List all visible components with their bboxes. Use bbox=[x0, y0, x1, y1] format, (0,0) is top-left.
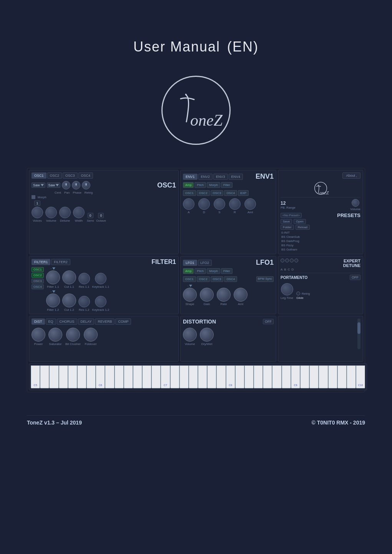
fx-bitcrusher-knob[interactable] bbox=[66, 328, 80, 342]
portamento-off-btn[interactable]: OFF bbox=[350, 275, 360, 280]
white-key-a9[interactable] bbox=[337, 365, 347, 388]
white-key-b8[interactable] bbox=[282, 365, 291, 388]
preset-item-3[interactable]: BS Fizzy bbox=[281, 243, 360, 247]
keytrack12-knob[interactable] bbox=[95, 296, 106, 307]
width-knob[interactable] bbox=[73, 207, 85, 218]
save-button[interactable]: Save bbox=[281, 219, 292, 224]
white-key-c5[interactable]: C5 bbox=[31, 365, 40, 388]
white-key-d8[interactable] bbox=[235, 365, 244, 388]
white-key-g9[interactable] bbox=[328, 365, 337, 388]
leg-time-knob[interactable] bbox=[281, 283, 293, 295]
preset-item-1[interactable]: BS CleanSub bbox=[281, 235, 360, 239]
env-osc-4[interactable]: OSC4 bbox=[224, 190, 237, 196]
env-d-knob[interactable] bbox=[198, 198, 210, 210]
filter-osc4-tag[interactable]: OSC4 bbox=[32, 284, 44, 289]
osc-tab-3[interactable]: OSC3 bbox=[63, 173, 78, 179]
white-key-c7[interactable]: C7 bbox=[161, 365, 170, 388]
env-mode-pitch[interactable]: Pitch bbox=[194, 182, 206, 188]
white-key-b7[interactable] bbox=[216, 365, 226, 388]
white-key-g5[interactable] bbox=[68, 365, 77, 388]
osc-retrig-btn[interactable] bbox=[32, 195, 35, 199]
white-key-e9[interactable] bbox=[309, 365, 319, 388]
fx-foldover-knob[interactable] bbox=[84, 328, 98, 342]
env-s-knob[interactable] bbox=[214, 198, 225, 210]
osc-knob-1[interactable] bbox=[62, 181, 70, 189]
white-key-g6[interactable] bbox=[133, 365, 142, 388]
env-r-knob[interactable] bbox=[229, 198, 241, 210]
white-key-a5[interactable] bbox=[77, 365, 86, 388]
white-key-a7[interactable] bbox=[207, 365, 216, 388]
env-osc-2[interactable]: OSC2 bbox=[197, 190, 210, 196]
white-key-c10[interactable]: C10 bbox=[356, 365, 365, 388]
lfo-osc-3[interactable]: OSC3 bbox=[211, 276, 224, 282]
lfo-mode-pitch[interactable]: Pitch bbox=[194, 268, 206, 274]
fx-tab-reverb[interactable]: REVERB bbox=[95, 318, 115, 325]
lfo-mode-filter[interactable]: Filter bbox=[221, 268, 233, 274]
lfo-osc-4[interactable]: OSC4 bbox=[224, 276, 237, 282]
osc-tab-4[interactable]: OSC4 bbox=[78, 173, 93, 179]
res12-knob[interactable] bbox=[78, 296, 90, 307]
dot-4[interactable] bbox=[294, 259, 298, 262]
white-key-g7[interactable] bbox=[198, 365, 207, 388]
filter-osc2-tag[interactable]: OSC2 bbox=[32, 273, 44, 278]
osc-knob-3[interactable] bbox=[82, 181, 90, 189]
osc-waveform-2[interactable]: Saw bbox=[47, 182, 61, 188]
scrollbar-thumb[interactable] bbox=[357, 322, 360, 334]
filter-osc1-tag[interactable]: OSC1 bbox=[32, 267, 44, 272]
white-key-b5[interactable] bbox=[86, 365, 96, 388]
white-key-c8[interactable]: C8 bbox=[226, 365, 235, 388]
fx-tab-comp[interactable]: COMP bbox=[115, 318, 131, 325]
fx-tab-chorus[interactable]: CHORUS bbox=[57, 318, 77, 325]
lfo-shape-knob[interactable] bbox=[183, 288, 197, 302]
osc-tab-2[interactable]: OSC2 bbox=[47, 173, 62, 179]
white-key-a8[interactable] bbox=[272, 365, 281, 388]
dot-2[interactable] bbox=[285, 259, 289, 262]
white-key-c9[interactable]: C9 bbox=[291, 365, 300, 388]
white-key-d5[interactable] bbox=[40, 365, 49, 388]
reload-button[interactable]: Reload bbox=[296, 225, 310, 230]
filter11-knob[interactable] bbox=[46, 270, 60, 284]
env-tab-4[interactable]: ENV4 bbox=[229, 174, 243, 180]
env-mode-filter[interactable]: Filter bbox=[221, 182, 233, 188]
filter12-knob[interactable] bbox=[46, 294, 60, 307]
preset-item-2[interactable]: BS DarkProg bbox=[281, 239, 360, 243]
white-key-a6[interactable] bbox=[142, 365, 151, 388]
osc-tab-1[interactable]: OSC1 bbox=[32, 173, 47, 179]
white-key-b9[interactable] bbox=[347, 365, 356, 388]
filter-tab-2[interactable]: FILTER2 bbox=[51, 259, 70, 265]
lfo-tab-2[interactable]: LFO2 bbox=[198, 260, 212, 266]
lfo-mode-morph[interactable]: Morph bbox=[207, 268, 220, 274]
folder-button[interactable]: Folder bbox=[281, 225, 294, 230]
env-mode-amp[interactable]: Amp bbox=[183, 182, 194, 188]
lfo-osc-1[interactable]: OSC1 bbox=[183, 276, 196, 282]
white-key-b6[interactable] bbox=[151, 365, 161, 388]
white-key-e6[interactable] bbox=[115, 365, 124, 388]
dot-1[interactable] bbox=[281, 259, 284, 262]
cut12-knob[interactable] bbox=[62, 294, 76, 307]
dist-volume-knob[interactable] bbox=[183, 328, 197, 342]
dist-drywet-knob[interactable] bbox=[200, 328, 214, 342]
white-key-f8[interactable] bbox=[254, 365, 263, 388]
dot-3[interactable] bbox=[290, 259, 294, 262]
env-osc-1[interactable]: OSC1 bbox=[183, 190, 196, 196]
lfo-amt-knob[interactable] bbox=[234, 288, 247, 302]
dist-off-btn[interactable]: OFF bbox=[263, 319, 274, 324]
white-key-g8[interactable] bbox=[263, 365, 272, 388]
lfo-rate-knob[interactable] bbox=[217, 288, 231, 302]
voices-knob[interactable] bbox=[32, 207, 43, 218]
filter-osc3-tag[interactable]: OSC3 bbox=[32, 279, 44, 284]
osc-waveform-1[interactable]: Saw bbox=[32, 182, 45, 188]
fx-power-knob[interactable] bbox=[32, 328, 45, 342]
env-tab-3[interactable]: ENV3 bbox=[213, 174, 228, 180]
white-key-d6[interactable] bbox=[105, 365, 114, 388]
white-key-d9[interactable] bbox=[300, 365, 309, 388]
lfo-gain-knob[interactable] bbox=[200, 288, 214, 302]
env-osc-3[interactable]: OSC3 bbox=[211, 190, 224, 196]
filter-tab-1[interactable]: FILTER1 bbox=[32, 259, 50, 265]
fx-tab-dist[interactable]: DIST bbox=[32, 318, 45, 325]
master-volume-knob[interactable] bbox=[352, 199, 359, 207]
fx-saturator-knob[interactable] bbox=[48, 328, 62, 342]
fx-tab-eq[interactable]: EQ bbox=[46, 318, 56, 325]
lfo-osc-2[interactable]: OSC2 bbox=[197, 276, 210, 282]
env-tab-1[interactable]: ENV1 bbox=[183, 174, 198, 180]
